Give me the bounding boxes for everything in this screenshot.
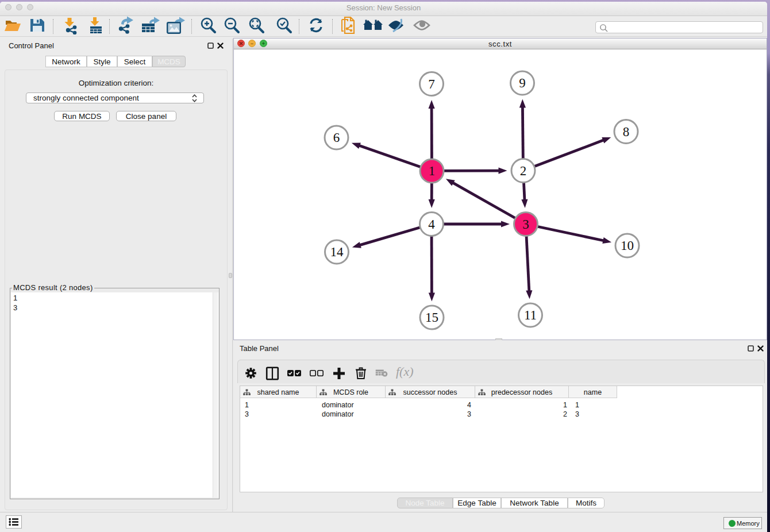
svg-text:8: 8 [623,125,630,139]
svg-text:6: 6 [333,130,340,145]
svg-text:7: 7 [428,77,435,91]
svg-text:14: 14 [330,245,344,259]
svg-text:4: 4 [428,217,435,232]
svg-text:9: 9 [519,76,526,90]
svg-text:2: 2 [520,164,527,178]
svg-text:3: 3 [522,217,529,232]
svg-text:15: 15 [425,310,438,325]
svg-text:11: 11 [524,308,537,322]
svg-text:1: 1 [429,164,436,178]
svg-text:10: 10 [621,238,634,253]
